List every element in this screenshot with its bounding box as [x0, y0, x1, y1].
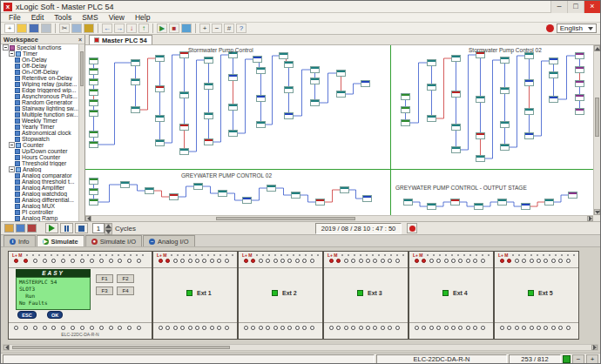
output-terminal[interactable] [90, 326, 94, 330]
function-block[interactable] [256, 95, 266, 102]
tab-simulate-i-o[interactable]: ●Simulate I/O [85, 235, 142, 246]
tree-item-random-generator[interactable]: Random Generator [1, 99, 78, 105]
new-file-icon[interactable]: + [4, 24, 15, 33]
output-terminal[interactable] [225, 326, 229, 330]
input-terminal[interactable] [395, 259, 400, 263]
menu-tools[interactable]: Tools [49, 13, 77, 23]
function-block[interactable] [500, 121, 510, 128]
input-terminal[interactable] [451, 259, 456, 263]
tree-item-multiple-function-sw[interactable]: Multiple function sw... [1, 111, 78, 118]
minimize-button[interactable]: – [550, 1, 567, 13]
tree-item-retentive-on-delay[interactable]: Retentive on-Delay [1, 75, 78, 81]
function-block[interactable] [89, 89, 98, 96]
input-terminal[interactable] [458, 259, 463, 263]
scroll-right-icon[interactable] [591, 345, 598, 350]
tree-item-special-functions[interactable]: Special functions [1, 44, 78, 51]
input-terminal[interactable] [118, 259, 122, 263]
function-block[interactable] [544, 199, 554, 206]
input-terminal[interactable] [127, 259, 132, 263]
workspace-scrollbar[interactable] [78, 44, 84, 221]
output-terminal[interactable] [80, 326, 84, 330]
function-block[interactable] [524, 52, 534, 59]
input-terminal[interactable] [473, 259, 477, 263]
canvas-vscrollbar[interactable] [593, 45, 600, 215]
fkey-f3-button[interactable]: F3 [96, 286, 113, 295]
cut-icon[interactable]: ✂ [59, 24, 70, 33]
function-block[interactable] [155, 85, 165, 92]
function-block[interactable] [204, 83, 213, 90]
output-terminal[interactable] [61, 326, 65, 330]
open-file-icon[interactable] [17, 24, 27, 33]
function-block[interactable] [500, 57, 510, 64]
stop-simulation-button[interactable] [75, 223, 88, 233]
tree-item-stairway-lighting-sw[interactable]: Stairway lighting sw... [1, 105, 78, 111]
input-terminal[interactable] [173, 259, 178, 263]
output-terminal[interactable] [530, 326, 534, 330]
function-block[interactable] [267, 185, 276, 192]
redo-icon[interactable]: → [114, 24, 125, 33]
tree-item-astronomical-clock[interactable]: Astronomical clock [1, 130, 78, 136]
function-block[interactable] [500, 87, 510, 94]
function-block[interactable] [403, 199, 413, 206]
upload-from-plc-icon[interactable]: ↑ [138, 24, 149, 33]
input-terminal[interactable] [280, 259, 285, 263]
language-dropdown[interactable]: English [557, 24, 597, 33]
zoom-in-icon[interactable]: + [199, 24, 210, 33]
output-terminal[interactable] [436, 326, 441, 330]
function-block[interactable] [89, 178, 98, 185]
output-terminal[interactable] [14, 326, 18, 330]
stop-simulation-icon[interactable]: ■ [169, 24, 179, 33]
input-terminal[interactable] [99, 259, 104, 263]
input-terminal[interactable] [530, 259, 534, 263]
function-block[interactable] [451, 55, 461, 62]
function-block[interactable] [284, 112, 294, 119]
tree-item-off-delay[interactable]: Off-Delay [1, 63, 78, 69]
tree-item-analog[interactable]: Analog [1, 166, 78, 172]
function-block[interactable] [256, 121, 266, 128]
output-terminal[interactable] [359, 326, 363, 330]
zoom-out-icon[interactable]: − [212, 24, 222, 33]
output-terminal[interactable] [351, 326, 355, 330]
function-block[interactable] [89, 188, 98, 195]
output-terminal[interactable] [415, 326, 419, 330]
menu-edit[interactable]: Edit [26, 13, 50, 23]
input-terminal[interactable] [225, 259, 229, 263]
output-terminal[interactable] [507, 326, 511, 330]
output-terminal[interactable] [310, 326, 314, 330]
output-terminal[interactable] [259, 326, 263, 330]
input-terminal[interactable] [80, 259, 84, 263]
tree-item-on-delay[interactable]: On-Delay [1, 57, 78, 63]
tree-item-up-down-counter[interactable]: Up/Down counter [1, 148, 78, 154]
input-terminal[interactable] [137, 259, 141, 263]
input-terminal[interactable] [566, 259, 571, 263]
input-terminal[interactable] [373, 259, 377, 263]
output-terminal[interactable] [51, 326, 56, 330]
tree-item-pi-controller[interactable]: PI controller [1, 209, 78, 215]
input-terminal[interactable] [287, 259, 292, 263]
tree-item-on-off-delay[interactable]: On-/Off-Delay [1, 69, 78, 75]
menu-help[interactable]: Help [130, 13, 155, 23]
input-terminal[interactable] [481, 259, 485, 263]
input-terminal[interactable] [466, 259, 470, 263]
output-terminal[interactable] [302, 326, 307, 330]
tree-item-yearly-timer[interactable]: Yearly Timer [1, 124, 78, 130]
function-block[interactable] [549, 96, 558, 103]
function-block[interactable] [474, 203, 483, 210]
tree-item-wiping-relay-pulse[interactable]: Wiping relay (pulse... [1, 81, 78, 87]
function-block[interactable] [310, 66, 320, 73]
spinner-down-icon[interactable] [105, 229, 112, 235]
output-terminal[interactable] [395, 326, 400, 330]
input-terminal[interactable] [210, 259, 214, 263]
input-terminal[interactable] [43, 259, 47, 263]
tree-item-analog-ramp[interactable]: Analog Ramp [1, 215, 78, 221]
expand-collapse-icon[interactable] [3, 44, 9, 51]
output-terminal[interactable] [137, 326, 141, 330]
output-terminal[interactable] [43, 326, 47, 330]
input-terminal[interactable] [51, 259, 56, 263]
function-block[interactable] [568, 192, 577, 199]
tab-analog-i-o[interactable]: ~Analog I/O [143, 235, 194, 246]
tree-item-analog-amplifier[interactable]: Analog Amplifier [1, 185, 78, 191]
output-terminal[interactable] [244, 326, 248, 330]
function-block[interactable] [450, 199, 460, 206]
function-block[interactable] [497, 199, 507, 206]
